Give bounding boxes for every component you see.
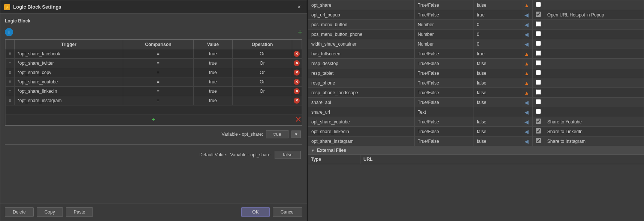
ext-url-col-header: URL [360,155,644,164]
red-x-button[interactable]: ✕ [295,115,302,125]
prop-check-cell[interactable] [532,127,544,136]
comparison-cell: = [123,77,193,87]
prop-check-cell[interactable] [532,0,544,10]
property-row: share_api True/False false ◀ [308,98,644,107]
prop-name-cell: opt_share [308,0,415,10]
add-condition-button[interactable]: + [297,28,302,36]
property-row: resp_phone True/False false ▲ [308,78,644,88]
add-row-button[interactable]: + [6,115,301,124]
prop-checkbox[interactable] [536,109,541,114]
property-row: pos_menu_button Number 0 ◀ [308,20,644,30]
remove-row-button[interactable]: ✕ [293,50,300,58]
cancel-button[interactable]: Cancel [273,207,302,217]
prop-checkbox[interactable] [536,138,541,143]
variable-dropdown-button[interactable]: ▼ [291,131,301,138]
prop-check-cell[interactable] [532,117,544,127]
delete-button[interactable]: Delete [5,207,34,217]
prop-check-cell[interactable] [532,68,544,78]
x-icon: ✕ [294,60,300,66]
prop-value-cell: false [474,78,521,88]
default-value-input[interactable]: false [275,151,301,159]
remove-cell: ✕ [292,49,302,59]
drag-handle[interactable]: ⠿ [6,59,15,68]
remove-row-button[interactable]: ✕ [293,97,300,104]
prop-check-cell[interactable] [532,98,544,107]
prop-icon-cell: ◀ [521,127,533,136]
prop-checkbox[interactable] [536,21,541,27]
prop-checkbox[interactable] [536,119,541,124]
prop-checkbox[interactable] [536,60,541,65]
property-row: opt_share_linkedin True/False false ◀ Sh… [308,127,644,136]
prop-value-cell: false [474,68,521,78]
share-icon: ◀ [524,119,529,125]
trigger-cell: *opt_share_copy [15,68,123,77]
col-trigger: Trigger [15,40,123,49]
prop-checkbox[interactable] [536,70,541,75]
conditions-table: Trigger Comparison Value Operation ⠿ *op… [5,40,302,125]
paste-button[interactable]: Paste [66,207,93,217]
prop-checkbox[interactable] [536,31,541,36]
share-icon: ◀ [524,22,529,28]
remove-row-button[interactable]: ✕ [293,59,300,67]
prop-check-cell[interactable] [532,107,544,117]
properties-scroll[interactable]: opt_share True/False false ▲ opt_url_pop… [308,0,644,221]
prop-checkbox[interactable] [536,89,541,95]
remove-row-button[interactable]: ✕ [293,69,300,76]
drag-handle[interactable]: ⠿ [6,87,15,96]
section-collapse-arrow[interactable]: ▼ [311,148,315,153]
prop-desc-empty [544,39,644,49]
prop-checkbox[interactable] [536,50,541,56]
prop-checkbox[interactable] [536,41,541,46]
prop-check-cell[interactable] [532,78,544,88]
prop-check-cell[interactable] [532,59,544,68]
remove-row-button[interactable]: ✕ [293,88,300,95]
remove-row-button[interactable]: ✕ [293,78,300,86]
default-value-label: Default Value: [199,152,227,157]
prop-type-cell: True/False [415,127,474,136]
share-icon: ◀ [524,99,529,105]
prop-checkbox[interactable] [536,2,541,7]
remove-cell: ✕ [292,87,302,96]
orange-arrow-icon: ▲ [524,2,529,8]
prop-check-cell[interactable] [532,10,544,20]
prop-icon-cell: ▲ [521,49,533,59]
table-row: ⠿ *opt_share_instagram = true ✕ [6,96,302,105]
right-panel: opt_share True/False false ▲ opt_url_pop… [307,0,644,221]
prop-check-cell[interactable] [532,30,544,39]
prop-type-cell: True/False [415,98,474,107]
drag-handle[interactable]: ⠿ [6,49,15,59]
prop-checkbox[interactable] [536,128,541,133]
prop-icon-cell: ◀ [521,20,533,30]
prop-checkbox[interactable] [536,12,541,17]
external-files-label: External Files [317,148,346,153]
prop-checkbox[interactable] [536,99,541,104]
prop-type-cell: Number [415,30,474,39]
prop-check-cell[interactable] [532,20,544,30]
copy-button[interactable]: Copy [37,207,63,217]
table-row: ⠿ *opt_share_twitter = true Or ✕ [6,59,302,68]
prop-check-cell[interactable] [532,88,544,98]
prop-check-cell[interactable] [532,39,544,49]
prop-name-cell: share_api [308,98,415,107]
prop-type-cell: True/False [415,49,474,59]
prop-desc-empty [544,20,644,30]
value-cell: true [193,77,232,87]
prop-value-cell: false [474,0,521,10]
dialog-icon: ⚡ [4,4,10,10]
prop-icon-cell: ◀ [521,10,533,20]
share-icon: ◀ [524,109,529,115]
drag-handle[interactable]: ⠿ [6,68,15,77]
logic-block-dialog: ⚡ Logic Block Settings × Logic Block i +… [0,0,307,221]
prop-check-cell[interactable] [532,136,544,146]
prop-checkbox[interactable] [536,80,541,85]
share-icon: ◀ [524,138,529,144]
comparison-cell: = [123,87,193,96]
drag-handle[interactable]: ⠿ [6,77,15,87]
prop-check-cell[interactable] [532,49,544,59]
drag-handle[interactable]: ⠿ [6,96,15,105]
operation-cell: Or [233,87,292,96]
close-button[interactable]: × [295,3,303,11]
prop-icon-cell: ◀ [521,30,533,39]
col-remove [292,40,302,49]
ok-button[interactable]: OK [241,207,269,217]
